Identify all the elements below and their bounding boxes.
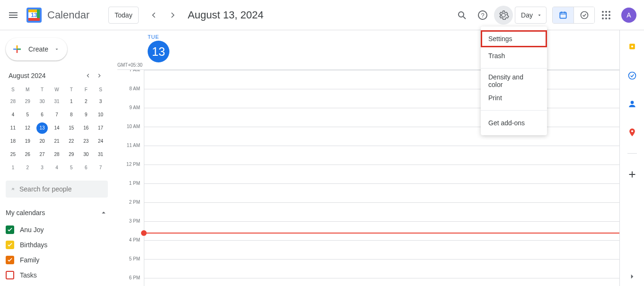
mini-day[interactable]: 23 bbox=[80, 136, 92, 147]
hour-cell[interactable] bbox=[144, 108, 619, 127]
menu-item-print[interactable]: Print bbox=[481, 89, 547, 106]
view-switcher[interactable]: Day bbox=[515, 7, 547, 24]
settings-button[interactable] bbox=[494, 6, 513, 25]
mini-day[interactable]: 7 bbox=[95, 162, 106, 173]
hour-cell[interactable] bbox=[144, 127, 619, 146]
maps-button[interactable] bbox=[623, 123, 642, 142]
calendar-toggle[interactable] bbox=[553, 7, 573, 23]
day-number[interactable]: 13 bbox=[148, 41, 169, 62]
mini-day[interactable]: 6 bbox=[80, 162, 92, 173]
google-apps-button[interactable] bbox=[597, 6, 616, 25]
calendar-checkbox[interactable] bbox=[6, 225, 14, 234]
hide-panel-button[interactable] bbox=[623, 267, 642, 286]
mini-day[interactable]: 4 bbox=[7, 109, 18, 121]
mini-day[interactable]: 24 bbox=[95, 136, 106, 147]
hour-row[interactable]: 3 PM bbox=[117, 221, 619, 240]
hour-row[interactable]: 1 PM bbox=[117, 183, 619, 202]
mini-day[interactable]: 17 bbox=[95, 122, 106, 134]
mini-day[interactable]: 30 bbox=[80, 149, 92, 160]
hour-row[interactable]: 12 PM bbox=[117, 165, 619, 183]
contacts-button[interactable] bbox=[623, 95, 642, 113]
prev-period-button[interactable] bbox=[144, 6, 163, 25]
mini-day[interactable]: 31 bbox=[95, 149, 106, 160]
mini-day[interactable]: 30 bbox=[36, 96, 48, 107]
menu-item-density-and-color[interactable]: Density and color bbox=[481, 72, 547, 89]
mini-prev-button[interactable] bbox=[82, 70, 94, 81]
mini-day[interactable]: 29 bbox=[22, 96, 33, 107]
hour-cell[interactable] bbox=[144, 259, 619, 278]
keep-button[interactable] bbox=[623, 38, 642, 57]
calendar-item[interactable]: Anu Joy bbox=[6, 223, 108, 236]
mini-day[interactable]: 31 bbox=[51, 96, 62, 107]
my-calendars-toggle[interactable]: My calendars bbox=[6, 204, 108, 221]
mini-day[interactable]: 1 bbox=[7, 162, 18, 173]
mini-day[interactable]: 13 bbox=[36, 122, 48, 134]
search-people[interactable] bbox=[6, 181, 108, 198]
mini-day[interactable]: 22 bbox=[66, 136, 77, 147]
hour-cell[interactable] bbox=[144, 165, 619, 183]
mini-day[interactable]: 7 bbox=[51, 109, 62, 121]
mini-day[interactable]: 12 bbox=[22, 122, 33, 134]
get-addons-button[interactable] bbox=[623, 165, 642, 184]
main-menu-button[interactable] bbox=[4, 6, 23, 25]
hour-cell[interactable] bbox=[144, 89, 619, 108]
mini-day[interactable]: 19 bbox=[22, 136, 33, 147]
hour-cell[interactable] bbox=[144, 146, 619, 165]
calendar-checkbox[interactable] bbox=[6, 256, 14, 264]
menu-item-settings[interactable]: Settings bbox=[481, 30, 547, 47]
mini-day[interactable]: 5 bbox=[22, 109, 33, 121]
hour-cell[interactable] bbox=[144, 202, 619, 221]
hour-row[interactable]: 5 PM bbox=[117, 259, 619, 278]
support-button[interactable]: ? bbox=[473, 6, 492, 25]
mini-day[interactable]: 14 bbox=[51, 122, 62, 134]
hour-row[interactable]: 11 AM bbox=[117, 146, 619, 165]
search-button[interactable] bbox=[452, 6, 471, 25]
calendar-item[interactable]: Birthdays bbox=[6, 238, 108, 251]
create-button[interactable]: Create bbox=[6, 38, 67, 61]
mini-day[interactable]: 26 bbox=[22, 149, 33, 160]
tasks-toggle[interactable] bbox=[573, 7, 594, 23]
mini-day[interactable]: 1 bbox=[66, 96, 77, 107]
hour-cell[interactable] bbox=[144, 240, 619, 259]
menu-item-get-add-ons[interactable]: Get add-ons bbox=[481, 114, 547, 131]
calendar-checkbox[interactable] bbox=[6, 271, 14, 279]
mini-day[interactable]: 28 bbox=[7, 96, 18, 107]
hour-cell[interactable] bbox=[144, 221, 619, 240]
mini-day[interactable]: 28 bbox=[51, 149, 62, 160]
mini-day[interactable]: 11 bbox=[7, 122, 18, 134]
mini-day[interactable]: 29 bbox=[66, 149, 77, 160]
mini-day[interactable]: 27 bbox=[36, 149, 48, 160]
mini-day[interactable]: 18 bbox=[7, 136, 18, 147]
mini-next-button[interactable] bbox=[94, 70, 105, 81]
mini-day[interactable]: 16 bbox=[80, 122, 92, 134]
mini-day[interactable]: 5 bbox=[66, 162, 77, 173]
mini-calendar[interactable]: SMTWTFS282930311234567891011121314151617… bbox=[6, 85, 108, 174]
search-people-input[interactable] bbox=[19, 185, 102, 193]
hour-row[interactable]: 2 PM bbox=[117, 202, 619, 221]
mini-day[interactable]: 4 bbox=[51, 162, 62, 173]
mini-day[interactable]: 8 bbox=[66, 109, 77, 121]
hour-row[interactable]: 6 PM bbox=[117, 278, 619, 286]
mini-day[interactable]: 2 bbox=[80, 96, 92, 107]
calendar-item[interactable]: Family bbox=[6, 253, 108, 267]
hour-cell[interactable] bbox=[144, 278, 619, 286]
mini-day[interactable]: 3 bbox=[36, 162, 48, 173]
hour-row[interactable]: 4 PM bbox=[117, 240, 619, 259]
mini-day[interactable]: 25 bbox=[7, 149, 18, 160]
mini-day[interactable]: 20 bbox=[36, 136, 48, 147]
calendar-checkbox[interactable] bbox=[6, 241, 14, 249]
calendar-item[interactable]: Tasks bbox=[6, 269, 108, 282]
mini-day[interactable]: 3 bbox=[95, 96, 106, 107]
next-period-button[interactable] bbox=[163, 6, 182, 25]
hour-cell[interactable] bbox=[144, 183, 619, 202]
hour-cell[interactable] bbox=[144, 70, 619, 89]
account-avatar[interactable]: A bbox=[621, 8, 636, 23]
mini-day[interactable]: 2 bbox=[22, 162, 33, 173]
mini-day[interactable]: 6 bbox=[36, 109, 48, 121]
mini-day[interactable]: 9 bbox=[80, 109, 92, 121]
mini-day[interactable]: 10 bbox=[95, 109, 106, 121]
mini-day[interactable]: 21 bbox=[51, 136, 62, 147]
tasks-button[interactable] bbox=[623, 66, 642, 85]
menu-item-trash[interactable]: Trash bbox=[481, 47, 547, 64]
today-button[interactable]: Today bbox=[108, 7, 138, 24]
